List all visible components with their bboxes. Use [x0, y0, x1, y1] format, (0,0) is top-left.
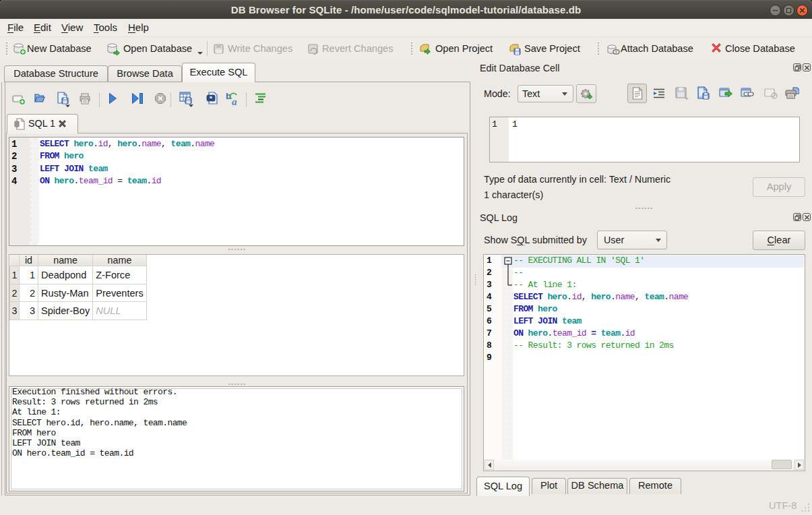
svg-text:a: a — [232, 96, 237, 106]
